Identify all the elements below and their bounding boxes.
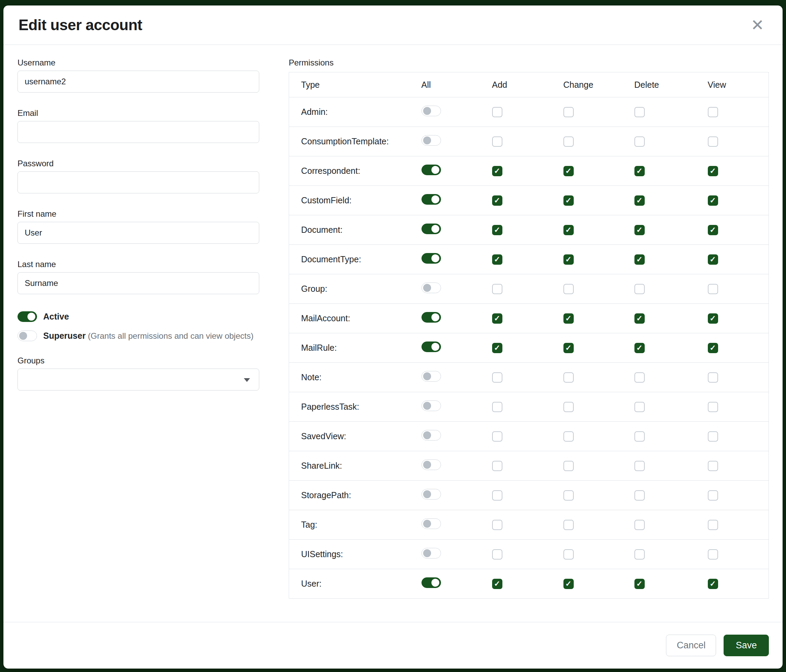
permission-add-checkbox[interactable] [492,461,502,471]
permission-change-checkbox[interactable] [563,402,574,412]
permission-all-toggle[interactable] [421,283,441,293]
permission-change-checkbox[interactable] [563,107,574,117]
permission-view-checkbox[interactable] [708,490,718,501]
permission-all-toggle[interactable] [421,165,441,175]
permission-all-toggle[interactable] [421,223,441,234]
permission-view-checkbox[interactable] [708,431,718,441]
permission-all-toggle[interactable] [421,518,441,529]
permission-delete-checkbox[interactable] [634,372,645,383]
username-input[interactable] [17,71,259,93]
email-input[interactable] [17,121,259,143]
permission-change-checkbox[interactable] [563,461,574,471]
permission-add-checkbox[interactable] [492,343,502,353]
permission-all-toggle[interactable] [421,577,441,588]
permission-all-toggle[interactable] [421,105,441,116]
permission-all-toggle[interactable] [421,135,441,146]
permission-change-checkbox[interactable] [563,549,574,559]
permission-add-checkbox[interactable] [492,372,502,383]
permission-delete-checkbox[interactable] [634,254,645,265]
permission-view-checkbox[interactable] [708,579,718,589]
active-toggle[interactable] [17,311,37,322]
permission-add-checkbox[interactable] [492,195,502,206]
permission-change-checkbox[interactable] [563,313,574,323]
permission-view-checkbox[interactable] [708,107,718,117]
permission-add-checkbox[interactable] [492,225,502,235]
permission-add-checkbox[interactable] [492,520,502,530]
permission-view-checkbox[interactable] [708,225,718,235]
permission-change-checkbox[interactable] [563,372,574,383]
permission-change-checkbox[interactable] [563,490,574,501]
permission-add-checkbox[interactable] [492,549,502,559]
permission-view-checkbox[interactable] [708,284,718,294]
permission-row: User: [289,569,769,599]
permission-delete-checkbox[interactable] [634,195,645,206]
permission-delete-checkbox[interactable] [634,579,645,589]
permission-all-toggle[interactable] [421,430,441,441]
permission-all-toggle[interactable] [421,253,441,264]
permission-row: Note: [289,363,769,392]
permission-change-checkbox[interactable] [563,579,574,589]
permission-all-toggle[interactable] [421,459,441,470]
permission-delete-checkbox[interactable] [634,313,645,323]
permission-change-checkbox[interactable] [563,254,574,265]
permission-all-toggle[interactable] [421,489,441,499]
permission-delete-checkbox[interactable] [634,284,645,294]
close-icon[interactable]: ✕ [747,15,767,35]
permission-change-checkbox[interactable] [563,166,574,176]
permission-view-checkbox[interactable] [708,402,718,412]
permission-add-checkbox[interactable] [492,490,502,501]
permission-delete-checkbox[interactable] [634,461,645,471]
permission-view-checkbox[interactable] [708,254,718,265]
permission-all-toggle[interactable] [421,400,441,411]
permission-view-checkbox[interactable] [708,461,718,471]
permission-view-checkbox[interactable] [708,343,718,353]
permission-view-checkbox[interactable] [708,549,718,559]
permission-view-checkbox[interactable] [708,195,718,206]
password-input[interactable] [17,171,259,193]
permission-delete-checkbox[interactable] [634,225,645,235]
permission-add-checkbox[interactable] [492,313,502,323]
permission-change-checkbox[interactable] [563,137,574,147]
permission-delete-checkbox[interactable] [634,107,645,117]
permission-delete-checkbox[interactable] [634,166,645,176]
permission-change-checkbox[interactable] [563,195,574,206]
first-name-input[interactable] [17,222,259,244]
permission-change-checkbox[interactable] [563,520,574,530]
permission-change-checkbox[interactable] [563,225,574,235]
permission-delete-checkbox[interactable] [634,431,645,441]
permission-add-checkbox[interactable] [492,137,502,147]
permission-add-checkbox[interactable] [492,254,502,265]
cancel-button[interactable]: Cancel [666,634,716,656]
permission-view-checkbox[interactable] [708,313,718,323]
permission-add-checkbox[interactable] [492,402,502,412]
permission-change-checkbox[interactable] [563,431,574,441]
permission-view-checkbox[interactable] [708,372,718,383]
groups-select[interactable] [17,369,259,391]
save-button[interactable]: Save [723,634,769,656]
last-name-input[interactable] [17,272,259,294]
permission-add-checkbox[interactable] [492,107,502,117]
permission-add-checkbox[interactable] [492,579,502,589]
permission-add-checkbox[interactable] [492,431,502,441]
username-field-group: Username [17,58,259,93]
permission-all-toggle[interactable] [421,371,441,382]
permission-delete-checkbox[interactable] [634,137,645,147]
permission-delete-checkbox[interactable] [634,343,645,353]
permission-view-checkbox[interactable] [708,137,718,147]
permission-add-checkbox[interactable] [492,166,502,176]
permission-all-toggle[interactable] [421,194,441,205]
permission-view-checkbox[interactable] [708,166,718,176]
permission-delete-checkbox[interactable] [634,490,645,501]
permission-add-checkbox[interactable] [492,284,502,294]
permission-change-checkbox[interactable] [563,284,574,294]
permission-change-checkbox[interactable] [563,343,574,353]
permission-type-label: MailRule: [289,333,421,363]
permission-view-checkbox[interactable] [708,520,718,530]
permission-all-toggle[interactable] [421,548,441,559]
superuser-toggle[interactable] [17,331,37,341]
permission-delete-checkbox[interactable] [634,520,645,530]
permission-all-toggle[interactable] [421,341,441,352]
permission-delete-checkbox[interactable] [634,549,645,559]
permission-delete-checkbox[interactable] [634,402,645,412]
permission-all-toggle[interactable] [421,312,441,323]
